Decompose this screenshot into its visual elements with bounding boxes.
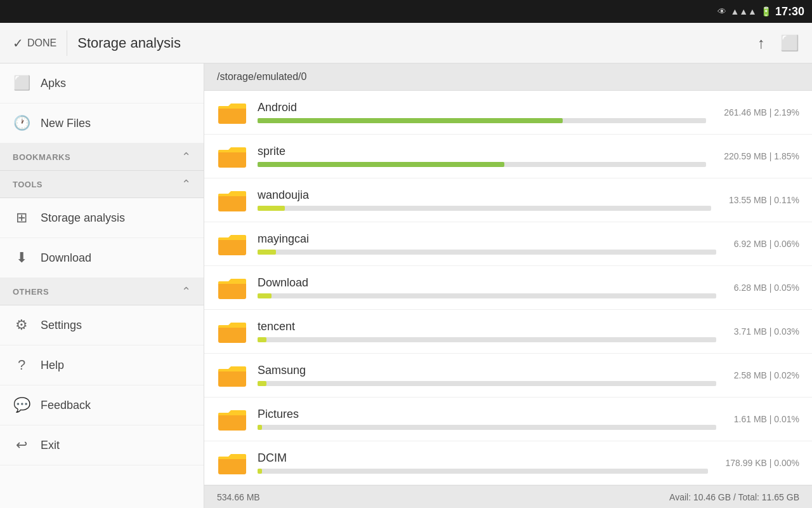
folder-name: Samsung xyxy=(258,364,716,377)
folder-info: Android xyxy=(258,101,706,124)
folder-bar-container xyxy=(258,293,716,298)
avail-storage: Avail: 10.46 GB / Total: 11.65 GB xyxy=(669,492,799,502)
folder-size: 178.99 KB | 0.00% xyxy=(718,458,800,468)
status-icons: 👁 ▲▲▲ 🔋 17:30 xyxy=(717,5,804,18)
sidebar-item-new-files[interactable]: 🕐 New Files xyxy=(0,104,204,144)
sidebar-new-files-label: New Files xyxy=(41,117,91,130)
exit-icon: ↩ xyxy=(13,437,30,453)
eye-icon: 👁 xyxy=(717,6,726,17)
folder-bar-container xyxy=(258,469,708,474)
folder-bar xyxy=(258,206,285,211)
sidebar-settings-label: Settings xyxy=(41,319,82,332)
folder-info: DCIM xyxy=(258,451,708,475)
content-area: /storage/emulated/0 Android261.46 MB | 2… xyxy=(204,64,812,508)
folder-size: 220.59 MB | 1.85% xyxy=(716,151,799,161)
folder-bar-container xyxy=(258,425,716,430)
bookmarks-section-header[interactable]: BOOKMARKS ⌃ xyxy=(0,144,204,171)
folder-size: 261.46 MB | 2.19% xyxy=(716,107,799,117)
status-time: 17:30 xyxy=(775,5,804,18)
main-layout: ⬜ Apks 🕐 New Files BOOKMARKS ⌃ TOOLS ⌃ ⊞… xyxy=(0,64,812,508)
folder-bar-container xyxy=(258,206,711,211)
others-arrow-icon: ⌃ xyxy=(181,284,191,298)
list-item[interactable]: sprite220.59 MB | 1.85% xyxy=(204,135,812,178)
svg-rect-4 xyxy=(218,281,246,299)
done-button[interactable]: ✓ DONE xyxy=(10,30,67,56)
folder-bar-container xyxy=(258,118,706,123)
sidebar-storage-label: Storage analysis xyxy=(41,211,125,225)
wifi-icon: ▲▲▲ xyxy=(730,6,757,17)
svg-rect-2 xyxy=(218,194,246,211)
checkmark-icon: ✓ xyxy=(13,36,23,51)
sidebar-apks-label: Apks xyxy=(41,77,66,90)
folder-size: 3.71 MB | 0.03% xyxy=(726,326,799,337)
sidebar-download-label: Download xyxy=(41,251,91,265)
svg-rect-8 xyxy=(218,457,246,474)
folder-icon xyxy=(217,319,247,344)
folder-size: 1.61 MB | 0.01% xyxy=(726,414,799,424)
settings-icon: ⚙ xyxy=(13,317,30,333)
sidebar-item-settings[interactable]: ⚙ Settings xyxy=(0,305,204,345)
others-title: OTHERS xyxy=(13,287,49,297)
svg-rect-3 xyxy=(218,237,246,255)
page-title: Storage analysis xyxy=(77,35,755,51)
folder-bar-container xyxy=(258,162,706,167)
sidebar-item-download[interactable]: ⬇ Download xyxy=(0,238,204,278)
others-section-header[interactable]: OTHERS ⌃ xyxy=(0,278,204,305)
folder-bar-container xyxy=(258,250,716,255)
tools-section-header[interactable]: TOOLS ⌃ xyxy=(0,171,204,198)
folder-name: wandoujia xyxy=(258,189,711,202)
svg-rect-5 xyxy=(218,325,246,343)
list-item[interactable]: Samsung2.58 MB | 0.02% xyxy=(204,354,812,398)
list-item[interactable]: Download6.28 MB | 0.05% xyxy=(204,266,812,310)
folder-bar xyxy=(258,162,504,167)
tools-arrow-icon: ⌃ xyxy=(181,177,191,191)
sidebar-feedback-label: Feedback xyxy=(41,399,91,412)
bottom-bar: 534.66 MB Avail: 10.46 GB / Total: 11.65… xyxy=(204,485,812,508)
up-arrow-icon[interactable]: ↑ xyxy=(755,32,768,55)
svg-rect-6 xyxy=(218,369,246,387)
folder-name: mayingcai xyxy=(258,232,716,246)
top-bar: ✓ DONE Storage analysis ↑ ⬜ xyxy=(0,23,812,64)
sidebar-item-storage-analysis[interactable]: ⊞ Storage analysis xyxy=(0,198,204,238)
sidebar-item-exit[interactable]: ↩ Exit xyxy=(0,425,204,465)
folder-icon xyxy=(217,363,247,388)
path-text: /storage/emulated/0 xyxy=(217,71,306,82)
sidebar-item-feedback[interactable]: 💬 Feedback xyxy=(0,385,204,425)
list-item[interactable]: tencent3.71 MB | 0.03% xyxy=(204,310,812,354)
folder-size: 13.55 MB | 0.11% xyxy=(721,195,799,205)
folder-bar xyxy=(258,337,266,342)
path-bar: /storage/emulated/0 xyxy=(204,64,812,91)
folder-icon xyxy=(217,406,247,432)
sidebar-help-label: Help xyxy=(41,359,64,372)
top-actions: ↑ ⬜ xyxy=(755,32,802,55)
folder-info: mayingcai xyxy=(258,232,716,256)
sidebar-item-help[interactable]: ? Help xyxy=(0,345,204,385)
list-item[interactable]: DCIM178.99 KB | 0.00% xyxy=(204,441,812,485)
folder-size: 6.92 MB | 0.06% xyxy=(726,239,799,249)
folder-size: 6.28 MB | 0.05% xyxy=(726,283,799,293)
folder-info: Pictures xyxy=(258,408,716,431)
svg-rect-7 xyxy=(218,413,246,431)
tablet-view-icon[interactable]: ⬜ xyxy=(778,32,802,55)
list-item[interactable]: mayingcai6.92 MB | 0.06% xyxy=(204,222,812,266)
folder-bar xyxy=(258,118,563,123)
sidebar-item-apks[interactable]: ⬜ Apks xyxy=(0,64,204,104)
list-item[interactable]: wandoujia13.55 MB | 0.11% xyxy=(204,178,812,222)
folder-bar-container xyxy=(258,381,716,386)
folder-info: Download xyxy=(258,276,716,300)
sidebar: ⬜ Apks 🕐 New Files BOOKMARKS ⌃ TOOLS ⌃ ⊞… xyxy=(0,64,204,508)
folder-icon xyxy=(217,144,247,169)
folder-icon xyxy=(217,450,247,476)
download-icon: ⬇ xyxy=(13,250,30,266)
folder-bar xyxy=(258,293,272,298)
folder-icon xyxy=(217,187,247,213)
folder-info: wandoujia xyxy=(258,189,711,212)
list-item[interactable]: Pictures1.61 MB | 0.01% xyxy=(204,398,812,441)
folder-info: Samsung xyxy=(258,364,716,387)
bookmarks-arrow-icon: ⌃ xyxy=(181,150,191,164)
battery-icon: 🔋 xyxy=(761,6,771,17)
help-icon: ? xyxy=(13,357,30,373)
list-item[interactable]: Android261.46 MB | 2.19% xyxy=(204,91,812,135)
folder-bar xyxy=(258,250,276,255)
clock-icon: 🕐 xyxy=(13,115,30,131)
